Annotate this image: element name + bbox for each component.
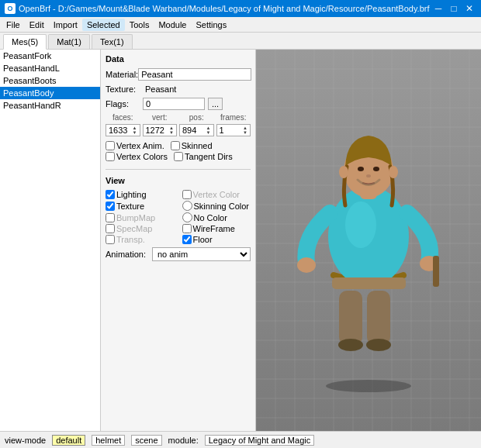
svg-rect-8 xyxy=(332,277,406,289)
faces-spinner[interactable]: ▲▼ xyxy=(133,126,137,135)
svg-point-0 xyxy=(326,380,411,392)
tangent-dirs-checkbox[interactable] xyxy=(174,152,183,161)
verts-col-header: vert: xyxy=(143,113,178,122)
window-title: OpenBrf - D:/Games/Mount&Blade Warband/M… xyxy=(19,4,431,13)
material-input[interactable] xyxy=(138,68,251,81)
menu-selected[interactable]: Selected xyxy=(82,19,125,31)
frames-col-header: frames: xyxy=(216,113,251,122)
minimize-button[interactable]: ─ xyxy=(431,2,445,16)
view-mode-badge: default xyxy=(52,435,85,446)
animation-select[interactable]: no anim xyxy=(152,247,251,261)
lighting-checkbox[interactable] xyxy=(106,190,115,199)
material-row: Material: xyxy=(106,68,251,81)
svg-point-15 xyxy=(373,167,379,171)
frames-spinner[interactable]: ▲▼ xyxy=(243,126,247,135)
title-bar: O OpenBrf - D:/Games/Mount&Blade Warband… xyxy=(0,0,481,17)
character-view xyxy=(256,50,481,431)
vertex-anim-checkbox[interactable] xyxy=(106,141,115,150)
flags-dots-button[interactable]: ... xyxy=(208,98,223,110)
status-bar: view-mode default helmet scene module: L… xyxy=(0,431,481,448)
maximize-button[interactable]: □ xyxy=(447,2,461,16)
menu-file[interactable]: File xyxy=(2,19,25,31)
mesh-item-peasantfork[interactable]: PeasantFork xyxy=(0,50,100,62)
menu-bar: File Edit Import Selected Tools Module S… xyxy=(0,17,481,33)
wireframe-checkbox-label[interactable]: WireFrame xyxy=(182,224,251,233)
tab-bar: Mes(5) Mat(1) Tex(1) xyxy=(0,33,481,50)
mesh-item-peasantbody[interactable]: PeasantBody xyxy=(0,87,100,99)
data-section-title: Data xyxy=(106,54,251,64)
texture-view-checkbox[interactable] xyxy=(106,202,115,211)
bumpmap-checkbox[interactable] xyxy=(106,213,115,222)
module-label: module: xyxy=(168,436,199,445)
module-value-badge: Legacy of Might and Magic xyxy=(205,435,314,446)
flags-row: Flags: ... xyxy=(106,98,251,110)
vertex-colors-checkbox-label[interactable]: Vertex Colors xyxy=(106,152,168,161)
skinning-color-radio[interactable] xyxy=(182,201,192,211)
texture-label: Texture: xyxy=(106,84,143,94)
svg-point-18 xyxy=(389,166,398,178)
texture-view-checkbox-label[interactable]: Texture xyxy=(106,201,175,211)
wireframe-checkbox[interactable] xyxy=(182,224,192,233)
pos-spinner[interactable]: ▲▼ xyxy=(206,126,211,135)
window-controls: ─ □ ✕ xyxy=(431,2,476,16)
close-button[interactable]: ✕ xyxy=(462,2,476,16)
main-area: PeasantFork PeasantHandL PeasantBoots Pe… xyxy=(0,50,481,431)
checkboxes-row2: Vertex Colors Tangent Dirs xyxy=(106,152,251,161)
animation-label: Animation: xyxy=(106,250,146,259)
faces-value-field: 1633 ▲▼ xyxy=(106,124,140,136)
data-panel: Data Material: Texture: Peasant Flags: .… xyxy=(101,50,256,431)
pos-col-header: pos: xyxy=(179,113,214,122)
mesh-item-peasanthandr[interactable]: PeasantHandR xyxy=(0,99,100,112)
tab-mat[interactable]: Mat(1) xyxy=(48,34,90,49)
svg-rect-11 xyxy=(433,256,439,287)
svg-point-7 xyxy=(345,202,376,248)
texture-row: Texture: Peasant xyxy=(106,84,251,95)
menu-edit[interactable]: Edit xyxy=(25,19,49,31)
floor-checkbox-label[interactable]: Floor xyxy=(182,235,251,244)
vertex-color-checkbox-label[interactable]: Vertex Color xyxy=(182,190,251,199)
tangent-dirs-checkbox-label[interactable]: Tangent Dirs xyxy=(174,152,233,161)
svg-point-4 xyxy=(366,339,391,351)
transp-checkbox-label[interactable]: Transp. xyxy=(106,235,175,244)
menu-import[interactable]: Import xyxy=(49,19,82,31)
helmet-badge: helmet xyxy=(92,435,125,446)
transp-checkbox[interactable] xyxy=(106,235,115,244)
vertex-anim-checkbox-label[interactable]: Vertex Anim. xyxy=(106,141,164,150)
menu-settings[interactable]: Settings xyxy=(191,19,231,31)
character-svg xyxy=(283,85,454,395)
mesh-list-panel: PeasantFork PeasantHandL PeasantBoots Pe… xyxy=(0,50,101,431)
svg-point-3 xyxy=(338,339,363,351)
svg-point-14 xyxy=(358,167,364,171)
specmap-checkbox-label[interactable]: SpecMap xyxy=(106,224,175,233)
floor-checkbox[interactable] xyxy=(182,235,192,244)
svg-point-9 xyxy=(297,257,316,273)
tab-mes[interactable]: Mes(5) xyxy=(3,34,47,50)
bumpmap-checkbox-label[interactable]: BumpMap xyxy=(106,212,175,222)
flags-input[interactable] xyxy=(143,98,205,110)
no-color-checkbox-label[interactable]: No Color xyxy=(182,212,251,222)
specmap-checkbox[interactable] xyxy=(106,224,115,233)
pos-value-field: 894 ▲▼ xyxy=(179,124,214,136)
vertex-colors-checkbox[interactable] xyxy=(106,152,115,161)
menu-tools[interactable]: Tools xyxy=(125,19,154,31)
svg-rect-1 xyxy=(339,291,362,345)
tab-tex[interactable]: Tex(1) xyxy=(92,34,133,49)
no-color-radio[interactable] xyxy=(182,212,192,222)
svg-rect-2 xyxy=(367,291,390,345)
verts-spinner[interactable]: ▲▼ xyxy=(169,126,174,135)
view-mode-label: view-mode xyxy=(5,436,46,445)
mesh-item-peasantboots[interactable]: PeasantBoots xyxy=(0,74,100,87)
checkboxes-row1: Vertex Anim. Skinned xyxy=(106,141,251,150)
svg-point-16 xyxy=(366,174,371,177)
svg-point-17 xyxy=(339,166,348,178)
viewport-panel[interactable] xyxy=(256,50,481,431)
mesh-item-peasanthandl[interactable]: PeasantHandL xyxy=(0,62,100,74)
menu-module[interactable]: Module xyxy=(154,19,191,31)
texture-value: Peasant xyxy=(143,84,178,95)
vertex-color-view-checkbox[interactable] xyxy=(182,190,192,199)
skinned-checkbox[interactable] xyxy=(171,141,180,150)
lighting-checkbox-label[interactable]: Lighting xyxy=(106,190,175,199)
view-section-title: View xyxy=(106,176,251,185)
skinning-color-checkbox-label[interactable]: Skinning Color xyxy=(182,201,251,211)
skinned-checkbox-label[interactable]: Skinned xyxy=(171,141,213,150)
